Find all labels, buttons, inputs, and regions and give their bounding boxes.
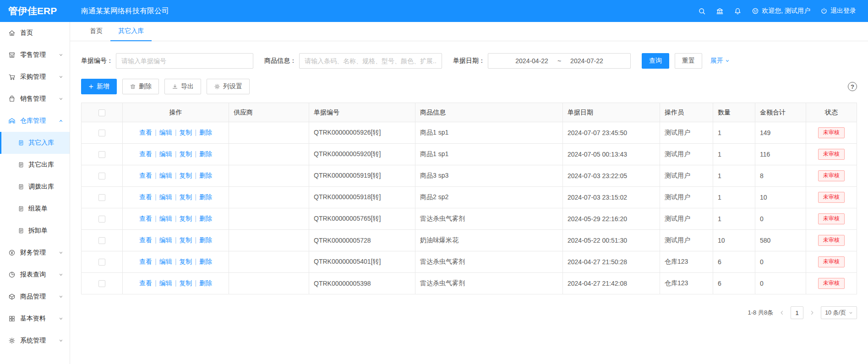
edit-link[interactable]: 编辑 xyxy=(159,215,172,222)
bill-no-cell: QTRK00000005920[转] xyxy=(309,144,415,165)
edit-link[interactable]: 编辑 xyxy=(159,258,172,265)
copy-link[interactable]: 复制 xyxy=(179,193,192,201)
copy-link[interactable]: 复制 xyxy=(179,258,192,265)
expand-link[interactable]: 展开 xyxy=(710,57,730,65)
view-link[interactable]: 查看 xyxy=(139,172,152,179)
logout-button[interactable]: 退出登录 xyxy=(820,7,856,15)
tab-other-inbound[interactable]: 其它入库 xyxy=(110,22,152,41)
edit-link[interactable]: 编辑 xyxy=(159,236,172,244)
delete-link[interactable]: 删除 xyxy=(199,215,212,222)
product-info-input[interactable] xyxy=(299,53,442,69)
sidebar-subitem-other-inbound[interactable]: 其它入库 xyxy=(0,132,70,154)
action-separator: | xyxy=(195,279,197,287)
finance-icon xyxy=(8,249,16,256)
sidebar-subitem-other-outbound[interactable]: 其它出库 xyxy=(0,154,70,176)
product-cell: 商品3 sp3 xyxy=(415,165,563,187)
row-checkbox[interactable] xyxy=(98,259,105,266)
view-link[interactable]: 查看 xyxy=(139,193,152,201)
status-badge: 未审核 xyxy=(818,235,845,246)
copy-link[interactable]: 复制 xyxy=(179,279,192,287)
status-badge: 未审核 xyxy=(818,149,845,160)
row-checkbox[interactable] xyxy=(98,280,105,287)
action-separator: | xyxy=(175,279,177,287)
welcome-user[interactable]: 欢迎您, 测试用户 xyxy=(752,7,810,15)
sidebar-item-retail[interactable]: 零售管理 xyxy=(0,44,70,66)
sidebar-item-label: 报表查询 xyxy=(20,271,46,279)
notification-bell-icon[interactable] xyxy=(734,7,742,15)
row-checkbox[interactable] xyxy=(98,216,105,223)
status-badge: 未审核 xyxy=(818,170,845,181)
view-link[interactable]: 查看 xyxy=(139,236,152,244)
delete-link[interactable]: 删除 xyxy=(199,236,212,244)
action-separator: | xyxy=(195,172,197,179)
page-size-select[interactable]: 10 条/页 xyxy=(821,306,857,319)
view-link[interactable]: 查看 xyxy=(139,279,152,287)
delete-link[interactable]: 删除 xyxy=(199,172,212,179)
sidebar-item-label: 仓库管理 xyxy=(20,117,46,125)
add-button[interactable]: 新增 xyxy=(81,79,117,94)
export-button[interactable]: 导出 xyxy=(164,79,201,94)
sidebar-item-sales[interactable]: 销售管理 xyxy=(0,88,70,110)
view-link[interactable]: 查看 xyxy=(139,150,152,158)
copy-link[interactable]: 复制 xyxy=(179,129,192,136)
select-all-checkbox[interactable] xyxy=(98,109,105,116)
help-icon[interactable]: ? xyxy=(848,82,857,91)
row-checkbox[interactable] xyxy=(98,194,105,201)
view-link[interactable]: 查看 xyxy=(139,258,152,265)
copy-link[interactable]: 复制 xyxy=(179,236,192,244)
prev-page-icon[interactable] xyxy=(779,310,785,315)
sidebar-item-goods[interactable]: 商品管理 xyxy=(0,286,70,308)
edit-link[interactable]: 编辑 xyxy=(159,193,172,201)
sidebar-item-finance[interactable]: 财务管理 xyxy=(0,242,70,264)
search-icon[interactable] xyxy=(698,7,706,15)
building-icon[interactable] xyxy=(716,7,724,15)
action-separator: | xyxy=(175,172,177,179)
search-button[interactable]: 查询 xyxy=(642,53,669,69)
tab-home[interactable]: 首页 xyxy=(82,22,110,41)
plus-icon xyxy=(88,84,94,89)
delete-button[interactable]: 删除 xyxy=(122,79,159,94)
sidebar-item-home[interactable]: 首页 xyxy=(0,22,70,44)
sidebar-subitem-disassembly[interactable]: 拆卸单 xyxy=(0,220,70,242)
chevron-down-icon xyxy=(849,311,853,315)
edit-link[interactable]: 编辑 xyxy=(159,172,172,179)
company-name: 南通某某网络科技有限公司 xyxy=(81,6,169,16)
sidebar-item-purchase[interactable]: 采购管理 xyxy=(0,66,70,88)
reset-button[interactable]: 重置 xyxy=(675,53,702,69)
row-checkbox[interactable] xyxy=(98,151,105,158)
row-checkbox[interactable] xyxy=(98,237,105,244)
product-cell: 雷达杀虫气雾剂 xyxy=(415,208,563,230)
date-start-value[interactable]: 2024-04-22 xyxy=(515,57,548,65)
copy-link[interactable]: 复制 xyxy=(179,172,192,179)
sidebar-item-reports[interactable]: 报表查询 xyxy=(0,264,70,286)
sidebar-subitem-assembly[interactable]: 组装单 xyxy=(0,198,70,220)
copy-link[interactable]: 复制 xyxy=(179,215,192,222)
copy-link[interactable]: 复制 xyxy=(179,150,192,158)
date-end-value[interactable]: 2024-07-22 xyxy=(570,57,603,65)
delete-link[interactable]: 删除 xyxy=(199,193,212,201)
product-info-label: 商品信息： xyxy=(264,57,296,65)
sidebar-item-basedata[interactable]: 基本资料 xyxy=(0,308,70,330)
qty-cell: 6 xyxy=(713,251,755,273)
view-link[interactable]: 查看 xyxy=(139,215,152,222)
row-checkbox[interactable] xyxy=(98,173,105,179)
row-checkbox[interactable] xyxy=(98,130,105,136)
bill-no-input[interactable] xyxy=(116,53,253,69)
edit-link[interactable]: 编辑 xyxy=(159,150,172,158)
next-page-icon[interactable] xyxy=(809,310,815,315)
page-number-button[interactable]: 1 xyxy=(791,306,803,319)
sidebar-subitem-transfer-outbound[interactable]: 调拨出库 xyxy=(0,176,70,198)
sidebar-item-warehouse[interactable]: 仓库管理 xyxy=(0,110,70,132)
delete-link[interactable]: 删除 xyxy=(199,129,212,136)
delete-link[interactable]: 删除 xyxy=(199,279,212,287)
column-settings-button[interactable]: 列设置 xyxy=(207,79,250,94)
date-cell: 2024-07-07 23:45:50 xyxy=(563,122,660,144)
view-link[interactable]: 查看 xyxy=(139,129,152,136)
edit-link[interactable]: 编辑 xyxy=(159,129,172,136)
delete-link[interactable]: 删除 xyxy=(199,150,212,158)
date-range-picker[interactable]: 2024-04-22 ~ 2024-07-22 xyxy=(488,53,631,69)
edit-link[interactable]: 编辑 xyxy=(159,279,172,287)
goods-box-icon xyxy=(8,293,16,300)
delete-link[interactable]: 删除 xyxy=(199,258,212,265)
sidebar-item-system[interactable]: 系统管理 xyxy=(0,330,70,352)
